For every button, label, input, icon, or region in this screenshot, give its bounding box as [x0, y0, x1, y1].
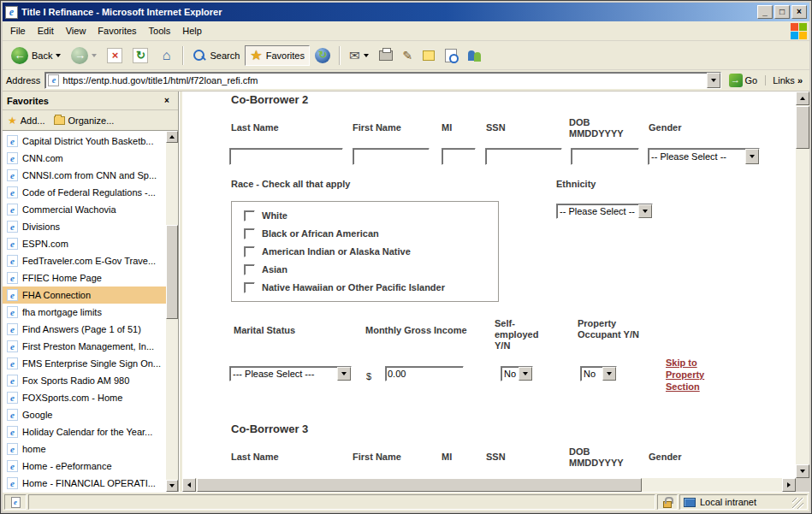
close-button[interactable]: ×	[791, 5, 807, 19]
favorites-item[interactable]: ehome	[3, 440, 166, 458]
vertical-scroll-thumb[interactable]	[796, 106, 809, 149]
vertical-scrollbar[interactable]	[796, 92, 809, 478]
race-native-american-checkbox[interactable]	[244, 246, 255, 257]
menu-file[interactable]: File	[4, 23, 32, 38]
menu-favorites[interactable]: Favorites	[92, 23, 142, 38]
favorites-item[interactable]: eFind Answers (Page 1 of 51)	[3, 321, 166, 338]
favorites-item[interactable]: eESPN.com	[3, 235, 166, 252]
scroll-down-icon[interactable]	[796, 464, 809, 478]
minimize-button[interactable]: _	[757, 5, 773, 19]
menu-view[interactable]: View	[60, 23, 92, 38]
messenger-button[interactable]	[462, 45, 488, 66]
cb2-dob-input[interactable]	[571, 148, 639, 165]
dropdown-arrow-icon[interactable]	[602, 367, 616, 381]
dropdown-arrow-icon[interactable]	[519, 367, 532, 381]
scroll-up-icon[interactable]	[796, 92, 809, 105]
favorites-add-button[interactable]: ★ Add...	[8, 115, 45, 127]
marital-status-select[interactable]: --- Please Select ---	[229, 366, 352, 381]
home-button[interactable]: ⌂	[153, 44, 179, 67]
cb3-lastname-label: Last Name	[231, 452, 279, 463]
cb2-mi-input[interactable]	[442, 148, 476, 165]
race-white-checkbox[interactable]	[244, 210, 255, 222]
go-button[interactable]: → Go	[726, 72, 762, 89]
discuss-button[interactable]	[418, 47, 440, 64]
favorites-scrollbar[interactable]	[166, 131, 178, 492]
skip-to-property-link[interactable]: Skip to Property Section	[666, 357, 729, 393]
research-button[interactable]	[440, 45, 462, 66]
favorites-item[interactable]: eCNN.com	[3, 150, 166, 167]
horizontal-scrollbar[interactable]	[182, 478, 796, 492]
menu-edit[interactable]: Edit	[32, 23, 60, 38]
ie-favicon: e	[7, 152, 18, 164]
ie-favicon: e	[7, 443, 18, 455]
print-button[interactable]	[374, 47, 398, 64]
race-black-checkbox[interactable]	[244, 228, 255, 239]
race-asian-checkbox[interactable]	[244, 264, 255, 275]
maximize-button[interactable]: □	[774, 5, 790, 19]
favorites-item-selected[interactable]: eFHA Connection	[3, 287, 166, 304]
refresh-button[interactable]: ↻	[127, 44, 153, 67]
favorites-item[interactable]: eHome - ePeformance	[3, 458, 166, 475]
cb2-lastname-input[interactable]	[229, 148, 343, 165]
cb2-ssn-input[interactable]	[485, 148, 562, 165]
back-button[interactable]: ← Back	[6, 44, 66, 68]
favorites-item[interactable]: eDivisions	[3, 218, 166, 235]
favorites-item[interactable]: eCommercial Wachovia	[3, 201, 166, 218]
cb2-mi-label: MI	[442, 122, 452, 133]
address-dropdown-button[interactable]	[707, 73, 720, 88]
forward-button[interactable]: →	[66, 44, 102, 68]
links-bar[interactable]: Links »	[765, 75, 806, 86]
mail-button[interactable]: ✉	[344, 45, 374, 65]
favorites-item[interactable]: eFFIEC Home Page	[3, 269, 166, 287]
favorites-item[interactable]: eCapital District Youth Basketb...	[3, 133, 166, 150]
coborrower3-heading: Co-Borrower 3	[231, 422, 308, 435]
favorites-item[interactable]: eGoogle	[3, 406, 166, 423]
cb2-gender-select[interactable]: -- Please Select --	[648, 148, 760, 165]
resize-grip[interactable]	[792, 498, 803, 509]
favorites-item[interactable]: eHome - FINANCIAL OPERATI...	[3, 475, 166, 492]
scroll-down-icon[interactable]	[166, 480, 178, 492]
favorites-organize-button[interactable]: Organize...	[54, 115, 115, 126]
favorites-item[interactable]: eHoliday Calendar for the Year...	[3, 423, 166, 440]
favorites-item[interactable]: eFMS Enterprise Single Sign On...	[3, 355, 166, 372]
address-input[interactable]: e https://entp.hud.gov/title1/html/f72lo…	[44, 72, 720, 89]
race-option-label: American Indian or Alaska Native	[262, 246, 411, 257]
ethnicity-select[interactable]: -- Please Select --	[556, 204, 653, 219]
favorites-item[interactable]: efha mortgage limits	[3, 304, 166, 321]
favorites-item[interactable]: eFedTraveler.com E-Gov Trave...	[3, 252, 166, 269]
property-occupant-select[interactable]: No	[580, 366, 617, 381]
ie-logo-icon: e	[5, 6, 18, 19]
favorites-item[interactable]: eCNNSI.com from CNN and Sp...	[3, 167, 166, 184]
menu-tools[interactable]: Tools	[143, 23, 177, 38]
scroll-right-icon[interactable]	[782, 478, 796, 492]
currency-symbol: $	[366, 371, 371, 381]
security-zone-panel: Local intranet	[679, 494, 808, 510]
horizontal-scroll-thumb[interactable]	[197, 478, 642, 492]
scroll-up-icon[interactable]	[166, 131, 178, 143]
favorites-item[interactable]: eFox Sports Radio AM 980	[3, 372, 166, 389]
search-button[interactable]: Search	[187, 45, 245, 66]
mail-dropdown-icon[interactable]	[364, 54, 369, 57]
dropdown-arrow-icon[interactable]	[638, 204, 652, 218]
favorites-item[interactable]: eFirst Preston Management, In...	[3, 338, 166, 355]
monthly-income-input[interactable]	[385, 366, 464, 381]
back-dropdown-icon[interactable]	[56, 54, 61, 57]
favorites-button[interactable]: ★ Favorites	[245, 45, 310, 66]
dropdown-arrow-icon[interactable]	[337, 367, 351, 381]
monthly-income-label: Monthly Gross Income	[365, 325, 467, 336]
edit-button[interactable]: ✎	[398, 45, 418, 66]
cb2-firstname-input[interactable]	[353, 148, 430, 165]
scroll-left-icon[interactable]	[182, 478, 196, 492]
race-pacific-islander-checkbox[interactable]	[244, 282, 255, 293]
address-url[interactable]: https://entp.hud.gov/title1/html/f72loan…	[62, 75, 706, 86]
stop-button[interactable]: ×	[102, 44, 127, 67]
form-page: Co-Borrower 2 Last Name First Name MI SS…	[182, 92, 796, 478]
menu-help[interactable]: Help	[176, 23, 208, 38]
self-employed-select[interactable]: No	[501, 366, 533, 381]
favorites-close-icon[interactable]: ×	[160, 95, 174, 107]
dropdown-arrow-icon[interactable]	[745, 149, 759, 164]
favorites-scroll-thumb[interactable]	[166, 225, 178, 319]
history-button[interactable]: ↻	[310, 44, 335, 67]
favorites-item[interactable]: eFOXSports.com - Home	[3, 389, 166, 406]
favorites-item[interactable]: eCode of Federal Regulations -...	[3, 184, 166, 201]
